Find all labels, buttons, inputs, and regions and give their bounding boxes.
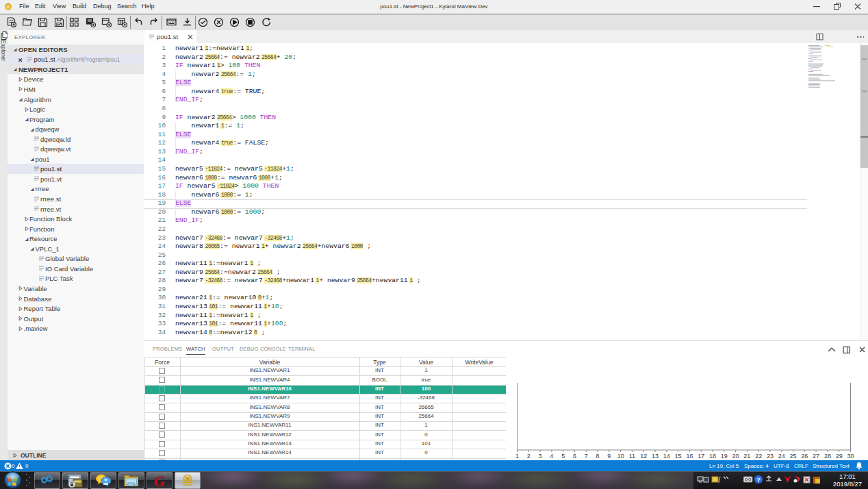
svg-text:17: 17 [698, 453, 704, 460]
svg-text:4: 4 [550, 453, 553, 460]
svg-text:2: 2 [527, 453, 531, 460]
svg-text:20: 20 [732, 453, 739, 460]
svg-text:22: 22 [755, 453, 762, 460]
svg-text:?: ? [756, 477, 761, 484]
svg-text:13: 13 [652, 453, 659, 460]
svg-text:6: 6 [573, 453, 576, 460]
svg-text:19: 19 [721, 453, 728, 460]
svg-text:10: 10 [617, 453, 624, 460]
svg-text:5: 5 [561, 453, 565, 460]
svg-text:23: 23 [767, 453, 774, 460]
svg-text:21: 21 [743, 453, 750, 460]
svg-text:∞: ∞ [38, 473, 55, 489]
svg-text:26: 26 [801, 453, 808, 460]
svg-text:G: G [154, 473, 165, 489]
svg-text:8: 8 [596, 453, 600, 460]
svg-text:16: 16 [686, 453, 693, 460]
svg-text:12: 12 [640, 453, 647, 460]
svg-text:1: 1 [515, 453, 519, 460]
svg-text:29: 29 [836, 453, 843, 460]
svg-text:18: 18 [709, 453, 716, 460]
svg-text:15: 15 [675, 453, 682, 460]
svg-text:28: 28 [824, 453, 831, 460]
svg-text:27: 27 [813, 453, 819, 460]
svg-text:7: 7 [585, 453, 588, 460]
svg-text:30: 30 [847, 453, 854, 460]
svg-text:11: 11 [629, 453, 635, 460]
svg-text:14: 14 [663, 453, 670, 460]
svg-text:3: 3 [539, 453, 542, 460]
svg-text:9: 9 [607, 453, 611, 460]
svg-text:25: 25 [790, 453, 797, 460]
svg-text:24: 24 [778, 453, 785, 460]
